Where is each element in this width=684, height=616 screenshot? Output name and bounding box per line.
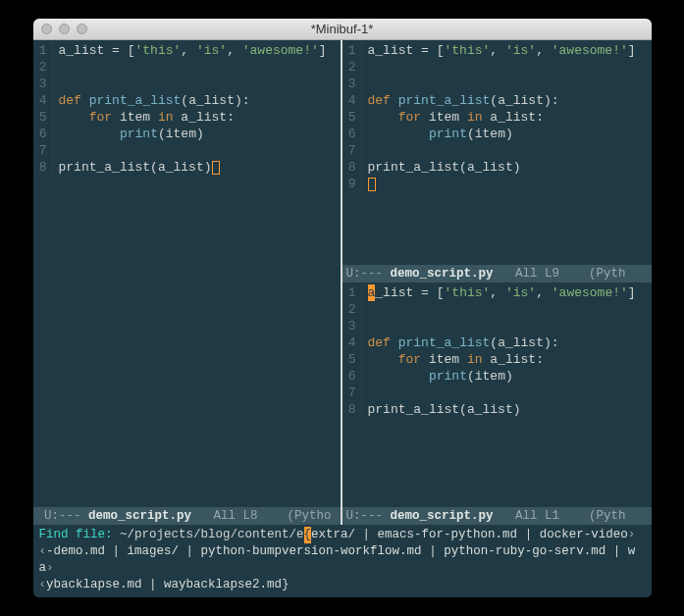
modeline-right-bottom[interactable]: U:--- demo_script.py All L1 (Pyth — [342, 507, 652, 525]
continuation-right-icon: › — [46, 561, 54, 575]
code-line: 8print_a_list(a_list) — [342, 401, 652, 418]
buffer-right-top[interactable]: 1a_list = ['this', 'is', 'awesome!'] 2 3… — [342, 40, 652, 265]
code-line: 7 — [342, 142, 652, 159]
continuation-left-icon: ‹ — [39, 578, 47, 591]
cursor-icon — [368, 178, 376, 191]
buffer-left[interactable]: 1a_list = ['this', 'is', 'awesome!'] 2 3… — [33, 40, 341, 507]
code-line: 4def print_a_list(a_list): — [342, 92, 652, 109]
completion-item[interactable]: -demo.md — [46, 544, 105, 558]
cursor-icon — [212, 161, 220, 175]
line-number: 8 — [33, 159, 51, 176]
buffer-right-bottom[interactable]: 1a_list = ['this', 'is', 'awesome!'] 2 3… — [342, 282, 652, 507]
completion-item[interactable]: python-bumpversion-workflow.md — [201, 544, 422, 558]
code-lines[interactable]: 1a_list = ['this', 'is', 'awesome!'] 2 3… — [342, 282, 652, 507]
line-number: 4 — [33, 92, 51, 109]
completion-item[interactable]: ybacklapse.md — [46, 578, 142, 591]
code-line: 1a_list = ['this', 'is', 'awesome!'] — [342, 284, 652, 301]
code-line: 5 for item in a_list: — [342, 351, 652, 368]
code-line: 8print_a_list(a_list) — [33, 159, 341, 176]
code-line: 2 — [33, 59, 341, 76]
code-line: 6 print(item) — [342, 126, 652, 142]
modeline-right-top[interactable]: U:--- demo_script.py All L9 (Pyth — [342, 265, 652, 282]
code-line: 4def print_a_list(a_list): — [342, 334, 652, 351]
code-line: 1a_list = ['this', 'is', 'awesome!'] — [33, 42, 341, 59]
completion-item[interactable]: extra/ — [311, 528, 355, 541]
code-line: 3 — [342, 318, 652, 334]
cursor-icon: { — [304, 527, 312, 543]
completion-item[interactable]: images/ — [128, 544, 180, 558]
modeline-left[interactable]: U:--- demo_script.py All L8 (Pytho — [33, 507, 341, 525]
pane-right-top[interactable]: 1a_list = ['this', 'is', 'awesome!'] 2 3… — [342, 40, 652, 282]
pane-right: 1a_list = ['this', 'is', 'awesome!'] 2 3… — [342, 40, 652, 525]
line-number: 7 — [33, 142, 51, 159]
code-line: 7 — [33, 142, 341, 159]
code-line: 6 print(item) — [33, 126, 341, 142]
line-number: 6 — [33, 126, 51, 142]
code-lines[interactable]: 1a_list = ['this', 'is', 'awesome!'] 2 3… — [342, 40, 652, 265]
code-line: 1a_list = ['this', 'is', 'awesome!'] — [342, 42, 652, 59]
code-line: 3 — [342, 76, 652, 92]
code-line: 4def print_a_list(a_list): — [33, 92, 341, 109]
completion-item[interactable]: waybacklapse2.md — [164, 578, 282, 591]
minibuffer[interactable]: Find file: ~/projects/blog/content/e{ext… — [33, 525, 652, 597]
minibuffer-path: ~/projects/blog/content/e — [120, 528, 304, 541]
continuation-left-icon: ‹ — [39, 544, 47, 558]
code-line: 3 — [33, 76, 341, 92]
code-line: 7 — [342, 385, 652, 401]
editor-frame: 1a_list = ['this', 'is', 'awesome!'] 2 3… — [33, 40, 652, 597]
minibuffer-prompt: Find file: — [39, 528, 121, 541]
split-container: 1a_list = ['this', 'is', 'awesome!'] 2 3… — [33, 40, 652, 525]
code-lines[interactable]: 1a_list = ['this', 'is', 'awesome!'] 2 3… — [33, 40, 341, 507]
code-line: 8print_a_list(a_list) — [342, 159, 652, 176]
line-number: 1 — [33, 42, 51, 59]
line-number: 2 — [33, 59, 51, 76]
completion-item[interactable]: python-ruby-go-serv.md — [444, 544, 605, 558]
pane-right-bottom[interactable]: 1a_list = ['this', 'is', 'awesome!'] 2 3… — [342, 282, 652, 525]
app-window: *Minibuf-1* 1a_list = ['this', 'is', 'aw… — [33, 19, 652, 597]
code-line: 5 for item in a_list: — [342, 109, 652, 126]
pane-left[interactable]: 1a_list = ['this', 'is', 'awesome!'] 2 3… — [33, 40, 342, 525]
code-line: 2 — [342, 59, 652, 76]
completion-item[interactable]: docker-video — [540, 528, 628, 541]
completion-item[interactable]: emacs-for-python.md — [378, 528, 518, 541]
code-line: 6 print(item) — [342, 368, 652, 385]
line-number: 5 — [33, 109, 51, 126]
titlebar[interactable]: *Minibuf-1* — [33, 19, 652, 40]
code-line: 2 — [342, 301, 652, 318]
continuation-right-icon: › — [628, 528, 636, 541]
code-line: 9 — [342, 176, 652, 192]
line-number: 3 — [33, 76, 51, 92]
code-line: 5 for item in a_list: — [33, 109, 341, 126]
window-title: *Minibuf-1* — [33, 22, 652, 36]
